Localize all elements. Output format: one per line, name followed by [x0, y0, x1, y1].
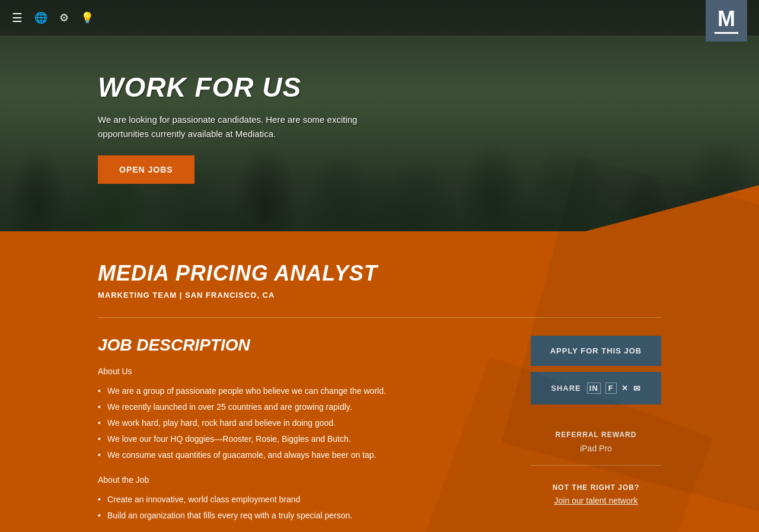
hero-subtitle: We are looking for passionate candidates… — [98, 113, 394, 141]
content-grid: JOB DESCRIPTION About Us We are a group … — [98, 336, 661, 532]
share-icons-group: in f ✕ ✉ — [587, 383, 641, 394]
settings-icon[interactable]: ⚙ — [59, 11, 69, 24]
share-label: SHARE — [551, 384, 581, 393]
main-content: MEDIA PRICING ANALYST MARKETING TEAM | S… — [0, 231, 759, 532]
list-item: We love our four HQ doggies—Rooster, Ros… — [98, 431, 507, 447]
linkedin-icon[interactable]: in — [587, 383, 601, 394]
nav-logo-area: M — [706, 0, 747, 42]
share-button[interactable]: SHARE in f ✕ ✉ — [531, 372, 661, 404]
logo-box: M — [706, 0, 747, 42]
hero-diagonal-accent — [581, 185, 759, 231]
twitter-icon[interactable]: ✕ — [621, 384, 629, 393]
job-title: MEDIA PRICING ANALYST — [98, 261, 661, 286]
facebook-icon[interactable]: f — [605, 383, 617, 394]
open-jobs-button[interactable]: OPEN JOBS — [98, 155, 194, 184]
about-us-list: We are a group of passionate people who … — [98, 383, 507, 463]
job-location: SAN FRANCISCO, CA — [185, 291, 275, 300]
about-us-heading: About Us — [98, 367, 507, 376]
referral-label: REFERRAL REWARD — [537, 431, 655, 439]
hero-title: WORK FOR US — [98, 71, 394, 103]
job-description-title: JOB DESCRIPTION — [98, 336, 507, 355]
list-item: Create an innovative, world class employ… — [98, 492, 507, 508]
nav-left-icons: ☰ 🌐 ⚙ 💡 — [12, 11, 94, 25]
logo-letter: M — [717, 8, 735, 30]
list-item: Build an organization that fills every r… — [98, 508, 507, 524]
apply-button[interactable]: APPLY FOR THIS JOB — [531, 336, 661, 366]
talent-network-link[interactable]: Join our talent network — [554, 496, 638, 505]
talent-question: NOT THE RIGHT JOB? — [537, 483, 655, 492]
hamburger-icon[interactable]: ☰ — [12, 11, 23, 25]
list-item: We consume vast quantities of guacamole,… — [98, 447, 507, 463]
referral-reward-value: iPad Pro — [537, 444, 655, 453]
left-column: JOB DESCRIPTION About Us We are a group … — [98, 336, 507, 532]
list-item: We are a group of passionate people who … — [98, 383, 507, 399]
lightbulb-icon[interactable]: 💡 — [81, 11, 94, 24]
about-job-heading: About the Job — [98, 475, 507, 485]
job-meta: MARKETING TEAM | SAN FRANCISCO, CA — [98, 291, 661, 300]
talent-network-box: NOT THE RIGHT JOB? Join our talent netwo… — [531, 477, 661, 512]
hero-content: WORK FOR US We are looking for passionat… — [98, 71, 394, 184]
top-navigation: ☰ 🌐 ⚙ 💡 M — [0, 0, 759, 36]
right-sidebar: APPLY FOR THIS JOB SHARE in f ✕ ✉ REFERR… — [531, 336, 661, 532]
job-team: MARKETING TEAM — [98, 291, 177, 300]
job-meta-separator: | — [180, 291, 183, 300]
list-item: We recently launched in over 25 countrie… — [98, 399, 507, 415]
about-job-list: Create an innovative, world class employ… — [98, 492, 507, 524]
list-item: We work hard, play hard, rock hard and b… — [98, 415, 507, 431]
section-divider — [98, 317, 661, 318]
logo-underline — [715, 32, 738, 34]
globe-icon[interactable]: 🌐 — [34, 11, 47, 24]
email-icon[interactable]: ✉ — [633, 384, 641, 393]
referral-box: REFERRAL REWARD iPad Pro — [531, 419, 661, 466]
job-header: MEDIA PRICING ANALYST MARKETING TEAM | S… — [98, 261, 661, 300]
